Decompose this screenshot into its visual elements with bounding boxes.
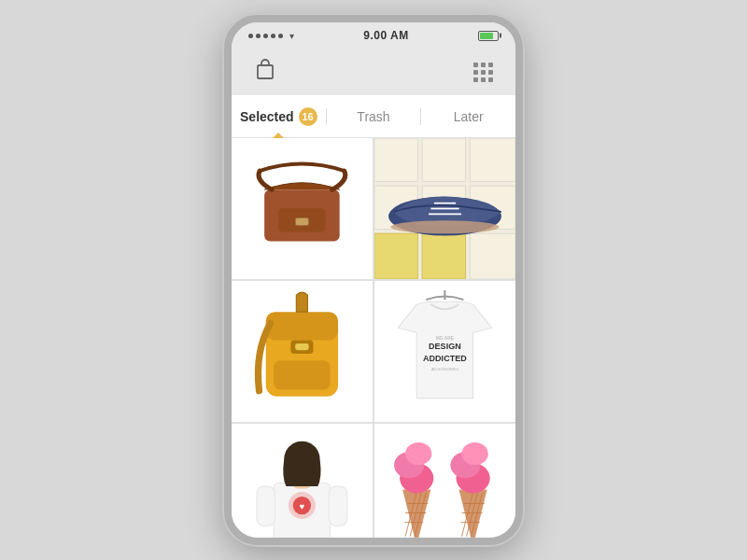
svg-rect-32 [257, 486, 275, 525]
svg-rect-20 [266, 312, 338, 340]
svg-rect-3 [295, 218, 308, 226]
svg-rect-7 [470, 138, 515, 181]
svg-text:DESIGN: DESIGN [429, 342, 461, 351]
tab-later-label: Later [454, 109, 484, 124]
status-bar: ▾ 9.00 AM [232, 22, 515, 49]
battery-icon [478, 31, 499, 41]
woman-shirt-image: ♥ WONDER WOMAN [246, 438, 359, 538]
tab-selected[interactable]: Selected 16 [232, 95, 326, 137]
product-grid-content: WE ARE DESIGN ADDICTED ACCESSORIES [232, 138, 515, 538]
product-grid: WE ARE DESIGN ADDICTED ACCESSORIES [232, 138, 515, 538]
tab-selected-label: Selected [240, 109, 294, 124]
tab-later[interactable]: Later [421, 95, 515, 137]
top-nav [232, 49, 515, 95]
product-item-woman-shirt[interactable]: ♥ WONDER WOMAN [232, 424, 373, 538]
svg-point-47 [405, 442, 431, 465]
svg-rect-21 [274, 360, 330, 389]
svg-point-57 [462, 442, 488, 465]
tab-trash[interactable]: Trash [327, 95, 421, 137]
product-item-tshirt[interactable]: WE ARE DESIGN ADDICTED ACCESSORIES [374, 281, 515, 422]
signal-dot-2 [256, 34, 261, 38]
signal-dot-3 [263, 34, 268, 38]
svg-rect-5 [374, 138, 417, 181]
svg-text:ADDICTED: ADDICTED [423, 354, 467, 363]
battery-fill [480, 33, 493, 39]
svg-text:WE ARE: WE ARE [436, 335, 455, 341]
tab-trash-label: Trash [357, 109, 389, 124]
signal-dot-4 [271, 34, 275, 38]
selected-badge: 16 [299, 107, 317, 126]
wifi-icon: ▾ [289, 31, 294, 41]
shop-icon[interactable] [254, 58, 276, 86]
product-item-brown-bag[interactable] [232, 138, 373, 279]
svg-rect-23 [295, 343, 308, 350]
tabs-bar: Selected 16 Trash Later [232, 95, 515, 138]
tshirt-image: WE ARE DESIGN ADDICTED ACCESSORIES [388, 295, 501, 408]
tile-background [374, 138, 515, 279]
svg-text:♥: ♥ [300, 501, 305, 511]
signal-dot-5 [278, 34, 283, 38]
brown-bag-image [246, 152, 359, 265]
svg-rect-33 [329, 486, 346, 525]
signal-dot-1 [248, 34, 253, 38]
signal-area: ▾ [248, 31, 294, 41]
product-item-blue-shoe[interactable] [374, 138, 515, 279]
product-item-yellow-backpack[interactable] [232, 281, 373, 422]
svg-point-18 [390, 220, 499, 233]
svg-rect-6 [422, 138, 465, 181]
svg-rect-0 [258, 65, 273, 78]
battery-area [478, 31, 499, 41]
grid-icon[interactable] [473, 63, 493, 82]
svg-text:ACCESSORIES: ACCESSORIES [431, 367, 458, 371]
svg-rect-13 [470, 233, 515, 279]
product-item-icecream[interactable] [374, 424, 515, 538]
status-time: 9.00 AM [363, 29, 408, 42]
yellow-backpack-image [246, 295, 359, 408]
icecream-image [388, 438, 501, 538]
svg-rect-12 [422, 233, 465, 279]
svg-rect-11 [374, 233, 417, 279]
phone-frame: ▾ 9.00 AM [224, 15, 523, 545]
